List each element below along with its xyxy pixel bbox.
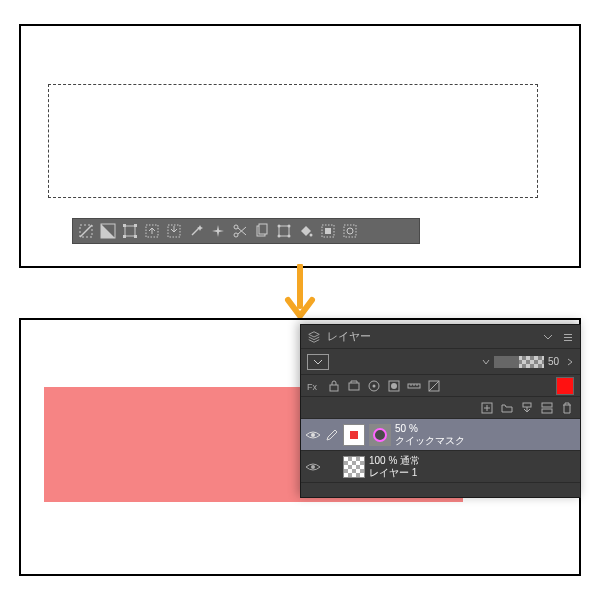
tool-transform[interactable] (274, 221, 294, 241)
chevron-down-icon (313, 357, 323, 367)
visibility-icon[interactable] (305, 429, 321, 441)
arrow-down-icon (282, 264, 318, 324)
svg-point-20 (278, 235, 281, 238)
tool-deselect[interactable] (76, 221, 96, 241)
layers-panel: レイヤー 50 Fx 50 % クイック (300, 324, 581, 498)
svg-rect-3 (125, 226, 135, 236)
svg-rect-25 (344, 225, 356, 237)
svg-point-22 (310, 234, 313, 237)
svg-rect-47 (542, 409, 552, 413)
merge-icon[interactable] (540, 401, 554, 415)
svg-line-14 (238, 227, 246, 234)
svg-point-49 (311, 465, 315, 469)
selection-toolbar (72, 218, 420, 244)
layer-thumbnail (343, 456, 365, 478)
selection-marquee (48, 84, 538, 198)
svg-rect-32 (349, 383, 359, 390)
tool-expand[interactable] (142, 221, 162, 241)
before-panel (19, 24, 581, 268)
layers-icon (307, 330, 321, 344)
svg-rect-24 (325, 228, 331, 234)
svg-point-21 (288, 235, 291, 238)
tool-invert[interactable] (98, 221, 118, 241)
svg-rect-16 (259, 224, 267, 234)
svg-point-11 (234, 225, 238, 229)
svg-rect-46 (542, 403, 552, 407)
tool-paste[interactable] (252, 221, 272, 241)
layer-thumbnail (343, 424, 365, 446)
transfer-down-icon[interactable] (520, 401, 534, 415)
layer-opacity-mode: 50 % (395, 423, 465, 435)
svg-point-18 (278, 225, 281, 228)
visibility-icon[interactable] (305, 461, 321, 473)
layers-blend-row: 50 (301, 349, 580, 375)
new-layer-icon[interactable] (480, 401, 494, 415)
svg-point-19 (288, 225, 291, 228)
edit-icon[interactable] (325, 428, 339, 442)
svg-line-13 (238, 228, 246, 235)
panel-menu-icon[interactable] (562, 331, 574, 343)
svg-rect-45 (523, 403, 531, 407)
layer-color-swatch[interactable] (556, 377, 574, 395)
svg-rect-5 (134, 224, 137, 227)
layers-panel-header: レイヤー (301, 325, 580, 349)
svg-line-1 (80, 225, 92, 237)
chevron-down-icon[interactable] (542, 331, 554, 343)
ruler-icon[interactable] (407, 379, 421, 393)
svg-rect-27 (564, 334, 572, 335)
blend-mode-select[interactable] (307, 354, 329, 370)
svg-point-12 (234, 233, 238, 237)
lock-icon[interactable] (327, 379, 341, 393)
tool-shrink[interactable] (164, 221, 184, 241)
svg-text:Fx: Fx (307, 382, 317, 392)
svg-rect-7 (134, 235, 137, 238)
svg-point-36 (391, 383, 397, 389)
chevron-down-icon[interactable] (482, 358, 490, 366)
opacity-slider[interactable] (494, 356, 544, 368)
svg-rect-31 (330, 385, 338, 391)
layers-panel-title: レイヤー (327, 329, 538, 344)
layer-row-layer1[interactable]: 100 % 通常 レイヤー 1 (301, 451, 580, 483)
svg-rect-29 (564, 340, 572, 341)
mask-icon[interactable] (387, 379, 401, 393)
reference-icon[interactable] (367, 379, 381, 393)
svg-point-34 (373, 384, 376, 387)
layer-name: クイックマスク (395, 435, 465, 447)
mask-thumbnail (369, 424, 391, 446)
layers-actions-row (301, 397, 580, 419)
layers-tools-row: Fx (301, 375, 580, 397)
svg-rect-4 (123, 224, 126, 227)
svg-rect-6 (123, 235, 126, 238)
tool-fill[interactable] (296, 221, 316, 241)
layer-row-quickmask[interactable]: 50 % クイックマスク (301, 419, 580, 451)
opacity-value: 50 (548, 356, 562, 367)
tool-mask[interactable] (318, 221, 338, 241)
chevron-right-icon[interactable] (566, 358, 574, 366)
tool-quickmask[interactable] (340, 221, 360, 241)
tool-bounds[interactable] (120, 221, 140, 241)
tool-sparkle[interactable] (208, 221, 228, 241)
svg-point-48 (311, 433, 315, 437)
clip-icon[interactable] (347, 379, 361, 393)
color-adjust-icon[interactable] (427, 379, 441, 393)
trash-icon[interactable] (560, 401, 574, 415)
fx-icon[interactable]: Fx (307, 379, 321, 393)
layer-opacity-mode: 100 % 通常 (369, 455, 420, 467)
svg-rect-28 (564, 337, 572, 338)
svg-rect-17 (279, 226, 289, 236)
layer-name: レイヤー 1 (369, 467, 420, 479)
new-folder-icon[interactable] (500, 401, 514, 415)
tool-scissors[interactable] (230, 221, 250, 241)
svg-point-26 (347, 228, 353, 234)
tool-wand[interactable] (186, 221, 206, 241)
